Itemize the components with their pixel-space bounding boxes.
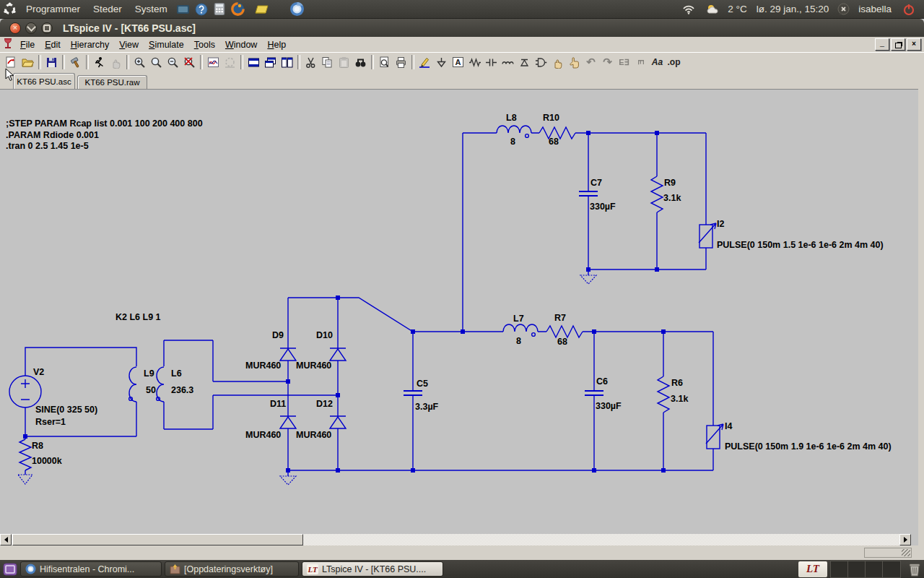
label-l6-name[interactable]: L6	[171, 368, 182, 379]
zoom-out-button[interactable]	[165, 54, 181, 70]
chromium-launcher-icon[interactable]	[289, 1, 305, 17]
horizontal-scrollbar[interactable]	[0, 534, 911, 545]
panel-menu-steder[interactable]: Steder	[87, 4, 128, 14]
label-r6-value[interactable]: 3.1k	[671, 394, 688, 404]
wifi-icon[interactable]	[682, 4, 695, 14]
help-launcher-icon[interactable]	[195, 3, 208, 16]
zoom-in-button[interactable]	[131, 54, 148, 70]
label-i4-name[interactable]: I4	[725, 421, 732, 431]
label-d12-name[interactable]: D12	[316, 399, 333, 409]
label-r9-name[interactable]: R9	[664, 178, 676, 188]
new-schematic-button[interactable]	[3, 54, 19, 70]
label-r7-name[interactable]: R7	[554, 313, 566, 323]
component-symbols[interactable]	[9, 126, 723, 470]
workspace-3[interactable]	[866, 561, 883, 577]
label-r8-name[interactable]: R8	[32, 441, 43, 451]
menu-window[interactable]: Window	[220, 38, 262, 51]
directive-tran[interactable]: .tran 0 2.5 1.45 1e-5	[6, 141, 203, 152]
show-desktop-button[interactable]	[3, 563, 17, 576]
label-r6-name[interactable]: R6	[671, 378, 683, 388]
vtile-windows-button[interactable]	[279, 54, 295, 70]
label-c5-value[interactable]: 3.3µF	[415, 402, 438, 412]
label-i2-value[interactable]: PULSE(0 150m 1.5 1e-6 1e-6 2m 4m 40)	[717, 240, 884, 250]
workspace-1[interactable]	[831, 561, 848, 577]
label-d9-value[interactable]: MUR460	[245, 361, 281, 371]
schematic-canvas[interactable]: ;STEP PARAM Rcap list 0.001 100 200 400 …	[0, 89, 918, 535]
directive-param-rdiode[interactable]: .PARAM Rdiode 0.001	[6, 130, 203, 142]
cut-button[interactable]	[302, 54, 319, 70]
window-close-button[interactable]: ×	[9, 22, 21, 34]
open-file-button[interactable]	[19, 54, 36, 70]
window-titlebar[interactable]: × LTspice IV - [KT66 PSU.asc]	[0, 19, 924, 37]
label-d10-value[interactable]: MUR460	[296, 361, 331, 371]
label-r7-value[interactable]: 68	[557, 337, 567, 347]
panel-menu-programmer[interactable]: Programmer	[19, 4, 87, 14]
label-c6-value[interactable]: 330µF	[596, 401, 622, 411]
trash-icon[interactable]	[908, 562, 921, 577]
label-c7-value[interactable]: 330µF	[590, 202, 616, 212]
label-l8-name[interactable]: L8	[506, 113, 517, 123]
taskbar-button-chromium[interactable]: Hifisentralen - Chromi...	[20, 561, 162, 577]
scroll-right-button[interactable]	[899, 534, 911, 545]
mdi-close-button[interactable]: ×	[907, 38, 921, 51]
run-button[interactable]	[91, 54, 108, 70]
weather-icon[interactable]	[706, 4, 720, 15]
workspace-switcher[interactable]	[830, 561, 901, 578]
find-button[interactable]	[352, 54, 369, 70]
autorange-plot-button[interactable]	[205, 54, 222, 70]
window-minimize-button[interactable]	[25, 22, 37, 34]
temperature-indicator[interactable]: 2 °C	[728, 4, 746, 14]
clock-indicator[interactable]: lø. 29 jan., 15:20	[757, 4, 829, 14]
ltspice-tray-button[interactable]: LT	[798, 561, 827, 577]
label-c5-name[interactable]: C5	[417, 379, 428, 389]
capacitor-tool-button[interactable]	[483, 54, 500, 70]
mdi-minimize-button[interactable]: _	[875, 38, 889, 51]
label-v2-name[interactable]: V2	[33, 367, 44, 377]
menu-hierarchy[interactable]: Hierarchy	[66, 38, 115, 51]
taskbar-button-updater[interactable]: [Oppdateringsverktøy]	[165, 561, 299, 577]
save-button[interactable]	[43, 54, 60, 70]
ubuntu-logo-icon[interactable]	[3, 2, 17, 16]
scrollbar-thumb[interactable]	[12, 534, 303, 545]
firefox-launcher-icon[interactable]	[231, 2, 245, 16]
window-resize-grip[interactable]	[864, 548, 912, 558]
menu-edit[interactable]: Edit	[40, 38, 66, 51]
menu-file[interactable]: File	[15, 38, 40, 51]
label-l9-value[interactable]: 50	[146, 385, 156, 395]
label-d11-value[interactable]: MUR460	[245, 430, 281, 440]
calculator-launcher-icon[interactable]	[214, 3, 225, 15]
tab-kt66-psu-raw[interactable]: KT66 PSU.raw	[77, 75, 147, 89]
label-r9-value[interactable]: 3.1k	[663, 193, 681, 203]
label-d12-value[interactable]: MUR460	[296, 430, 331, 440]
mdi-restore-button[interactable]	[891, 38, 905, 51]
tile-windows-button[interactable]	[245, 54, 262, 70]
label-c7-name[interactable]: C7	[590, 178, 602, 188]
drag-tool-button[interactable]	[566, 54, 583, 70]
label-d9-name[interactable]: D9	[272, 330, 284, 340]
label-r10-value[interactable]: 68	[549, 137, 559, 147]
menu-tools[interactable]: Tools	[189, 38, 220, 51]
menu-help[interactable]: Help	[262, 38, 291, 51]
resistor-tool-button[interactable]	[466, 54, 483, 70]
control-panel-button[interactable]	[67, 54, 84, 70]
label-i2-name[interactable]: I2	[717, 219, 724, 229]
print-button[interactable]	[393, 54, 409, 70]
zoom-back-button[interactable]	[148, 54, 165, 70]
menu-simulate[interactable]: Simulate	[144, 38, 189, 51]
workspace-4[interactable]	[883, 561, 900, 577]
ground-symbols[interactable]	[18, 275, 596, 485]
label-c6-name[interactable]: C6	[596, 376, 608, 387]
label-v2-value[interactable]: SINE(0 325 50)	[35, 405, 97, 415]
label-tool-button[interactable]: A	[450, 54, 466, 70]
label-d11-name[interactable]: D11	[270, 399, 286, 409]
label-i4-value[interactable]: PULSE(0 150m 1.9 1e-6 1e-6 2m 4m 40)	[725, 441, 892, 452]
label-r8-value[interactable]: 10000k	[32, 456, 62, 466]
power-icon[interactable]	[902, 3, 915, 16]
spice-directives[interactable]: ;STEP PARAM Rcap list 0.001 100 200 400 …	[6, 118, 203, 152]
xbmc-launcher-icon[interactable]	[177, 4, 189, 14]
directive-step-param[interactable]: ;STEP PARAM Rcap list 0.001 100 200 400 …	[6, 118, 203, 130]
copy-button[interactable]	[319, 54, 336, 70]
label-l6-value[interactable]: 236.3	[171, 385, 193, 395]
inductor-tool-button[interactable]	[500, 54, 516, 70]
zoom-full-extents-button[interactable]	[181, 54, 198, 70]
